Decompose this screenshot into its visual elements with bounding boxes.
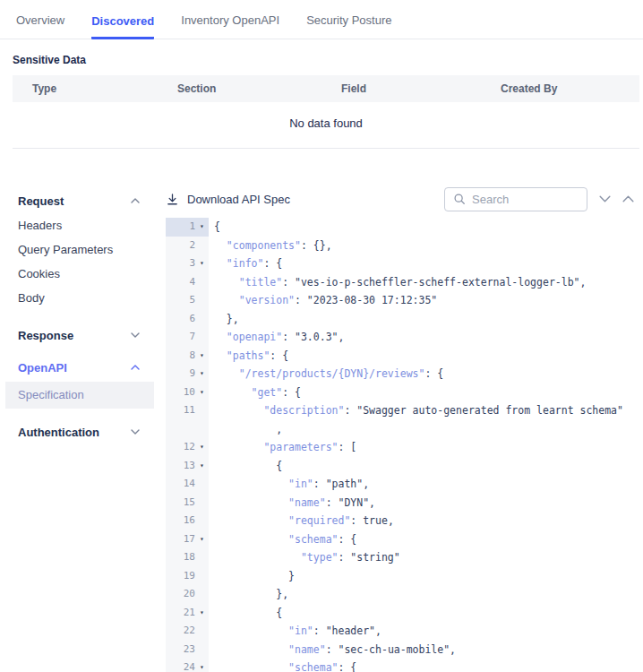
line-number: 21	[166, 604, 195, 623]
code-line: 7 "openapi": "3.0.3",	[166, 328, 634, 347]
fold-icon[interactable]: ▾	[195, 438, 209, 457]
code-text: "in": "header",	[209, 622, 382, 641]
line-number: 4	[166, 273, 195, 292]
search-next-chevron-up-icon[interactable]	[622, 195, 634, 202]
fold-icon[interactable]: ▾	[195, 530, 209, 549]
tab-security-posture[interactable]: Security Posture	[306, 13, 391, 39]
code-line: 17▾ "schema": {	[166, 530, 634, 549]
code-text: "/rest/products/{DYN}/reviews": {	[209, 365, 443, 383]
empty-state-message: No data found	[13, 102, 639, 149]
sidebar-item-query-parameters[interactable]: Query Parameters	[0, 237, 154, 262]
sidebar-section-openapi[interactable]: OpenAPI	[0, 355, 154, 380]
chevron-down-icon	[131, 429, 140, 435]
code-text: "paths": {	[209, 347, 288, 366]
code-line: 10▾ "get": {	[166, 383, 634, 402]
fold-icon[interactable]: ▾	[195, 254, 209, 273]
line-number: 8	[166, 347, 195, 366]
spec-pane: Download API Spec 1▾{2 "components": {},…	[154, 149, 643, 672]
sidebar-item-specification[interactable]: Specification	[5, 382, 154, 409]
sidebar-section-label: Response	[18, 329, 73, 342]
code-line: 1▾{	[166, 218, 634, 237]
line-number: 16	[166, 512, 195, 530]
code-text: {	[209, 457, 282, 476]
sidebar-item-cookies[interactable]: Cookies	[0, 262, 154, 286]
line-number: 5	[166, 291, 195, 310]
line-number: 15	[166, 494, 195, 513]
code-text: {	[209, 604, 282, 623]
sidebar-section-label: Request	[18, 194, 64, 208]
download-api-spec-button[interactable]: Download API Spec	[166, 193, 290, 206]
chevron-up-icon	[131, 198, 140, 203]
code-line: 13▾ {	[166, 457, 634, 476]
gutter	[166, 420, 209, 439]
tab-overview[interactable]: Overview	[16, 13, 64, 39]
line-number: 20	[166, 585, 195, 604]
code-text: {	[209, 218, 220, 237]
line-number: 7	[166, 328, 195, 347]
search-icon	[453, 193, 466, 205]
sidebar-section-request[interactable]: Request	[0, 188, 154, 213]
code-line: 21▾ {	[166, 604, 634, 623]
column-header-section: Section	[169, 82, 326, 95]
code-text: },	[209, 310, 239, 329]
gutter: 23	[166, 641, 209, 659]
detail-sidebar: Request Headers Query Parameters Cookies…	[0, 149, 154, 672]
gutter: 5	[166, 291, 209, 310]
sidebar-section-authentication[interactable]: Authentication	[0, 419, 154, 444]
search-box[interactable]	[444, 187, 587, 211]
line-number: 2	[166, 237, 195, 255]
code-text: "info": {	[209, 254, 282, 273]
code-text: }	[209, 567, 295, 586]
line-number: 24	[166, 659, 195, 672]
code-text: "schema": {	[209, 659, 356, 672]
line-number: 19	[166, 567, 195, 586]
gutter: 8▾	[166, 347, 209, 366]
code-text: },	[209, 585, 288, 604]
search-input[interactable]	[472, 193, 579, 206]
gutter: 24▾	[166, 659, 209, 672]
line-number: 3	[166, 254, 195, 273]
sidebar-item-headers[interactable]: Headers	[0, 213, 154, 237]
tab-inventory-openapi[interactable]: Inventory OpenAPI	[181, 13, 279, 39]
code-line: 19 }	[166, 567, 634, 586]
fold-icon[interactable]: ▾	[195, 457, 209, 476]
fold-icon[interactable]: ▾	[195, 218, 209, 237]
code-text: "title": "ves-io-p-scheffler-scheff-exte…	[209, 273, 586, 292]
sidebar-item-body[interactable]: Body	[0, 286, 154, 310]
line-number: 13	[166, 457, 195, 476]
code-text: "openapi": "3.0.3",	[209, 328, 344, 347]
tab-discovered[interactable]: Discovered	[91, 14, 154, 39]
gutter: 21▾	[166, 604, 209, 623]
code-line: ,	[166, 420, 634, 439]
code-text: "schema": {	[209, 530, 356, 549]
chevron-down-icon	[131, 332, 140, 338]
fold-icon[interactable]: ▾	[195, 383, 209, 402]
fold-icon[interactable]: ▾	[195, 604, 209, 623]
code-line: 8▾ "paths": {	[166, 347, 634, 366]
detail-panel: Request Headers Query Parameters Cookies…	[0, 149, 643, 672]
line-number: 6	[166, 310, 195, 329]
gutter: 4	[166, 273, 209, 292]
sensitive-data-title: Sensitive Data	[13, 54, 643, 66]
gutter: 18	[166, 548, 209, 567]
line-number: 12	[166, 438, 195, 457]
code-line: 18 "type": "string"	[166, 548, 634, 567]
code-text: "description": "Swagger auto-generated f…	[209, 401, 623, 420]
fold-icon[interactable]: ▾	[195, 659, 209, 672]
code-text: "name": "sec-ch-ua-mobile",	[209, 641, 456, 659]
code-line: 12▾ "parameters": [	[166, 438, 634, 457]
gutter: 7	[166, 328, 209, 347]
line-number: 1	[166, 218, 195, 237]
code-line: 22 "in": "header",	[166, 622, 634, 641]
gutter: 6	[166, 310, 209, 329]
download-icon	[166, 193, 179, 206]
fold-icon[interactable]: ▾	[195, 365, 209, 383]
sidebar-section-response[interactable]: Response	[0, 323, 154, 348]
code-line: 9▾ "/rest/products/{DYN}/reviews": {	[166, 365, 634, 383]
code-rows: 1▾{2 "components": {},3▾ "info": {4 "tit…	[166, 218, 634, 672]
fold-icon[interactable]: ▾	[195, 347, 209, 366]
search-prev-chevron-down-icon[interactable]	[599, 195, 611, 202]
top-tab-bar: Overview Discovered Inventory OpenAPI Se…	[0, 0, 643, 39]
openapi-spec-code-editor[interactable]: 1▾{2 "components": {},3▾ "info": {4 "tit…	[166, 218, 634, 672]
line-number: 22	[166, 622, 195, 641]
